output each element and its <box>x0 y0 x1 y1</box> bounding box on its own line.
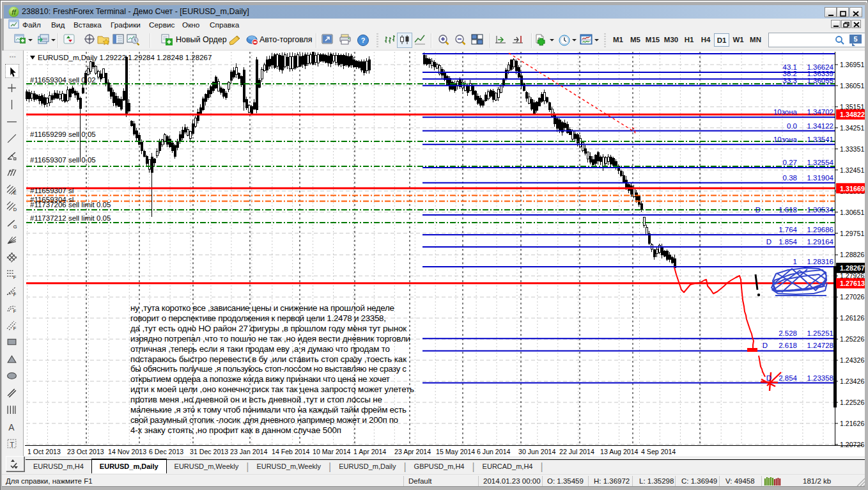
svg-text:EURUSD_m,Daily 1.29222 1.2928: EURUSD_m,Daily 1.29222 1.29284 1.28248 1… <box>38 54 212 61</box>
svg-text:F: F <box>13 274 17 280</box>
svg-text:1.29164: 1.29164 <box>807 238 833 246</box>
svg-text:1.34702: 1.34702 <box>807 108 833 116</box>
svg-text:#11659304 sell 0.02: #11659304 sell 0.02 <box>30 76 96 84</box>
svg-text:1.30651: 1.30651 <box>840 209 864 216</box>
svg-text:1.36951: 1.36951 <box>840 61 864 68</box>
svg-text:1 Apr 2014: 1 Apr 2014 <box>353 448 386 455</box>
svg-text:1.25226: 1.25226 <box>840 335 864 343</box>
svg-text:#11737206 sell limit 0.05: #11737206 sell limit 0.05 <box>30 201 111 209</box>
svg-text:1.28826: 1.28826 <box>840 251 864 258</box>
svg-text:1 Oct 2013: 1 Oct 2013 <box>27 448 61 455</box>
svg-text:идти к моей цели ,оно конечно: идти к моей цели ,оно конечно риск так т… <box>130 384 414 394</box>
svg-text:1.36051: 1.36051 <box>840 82 864 90</box>
svg-text:1.26126: 1.26126 <box>840 314 864 322</box>
svg-text:23 Apr 2014: 23 Apr 2014 <box>394 448 431 455</box>
svg-text:6 Jun 2014: 6 Jun 2014 <box>477 448 511 455</box>
svg-text:изрядно потрепал ,что то пошло: изрядно потрепал ,что то пошло не так ,н… <box>130 334 410 344</box>
svg-text:10 Mar 2014: 10 Mar 2014 <box>313 448 351 455</box>
svg-text:33.3: 33.3 <box>783 77 797 84</box>
svg-text:1.28316: 1.28316 <box>807 258 833 265</box>
svg-text:13 Aug 2014: 13 Aug 2014 <box>600 448 639 455</box>
svg-text:1.764: 1.764 <box>779 226 797 233</box>
svg-text:1.24728: 1.24728 <box>807 342 833 349</box>
svg-text:30 Jun 2014: 30 Jun 2014 <box>518 448 555 455</box>
svg-text:F: F <box>13 291 17 296</box>
svg-text:G: G <box>13 223 17 228</box>
svg-text:постараюсь быстро перевести в: постараюсь быстро перевести в бу ,или ст… <box>130 354 407 364</box>
svg-text:D: D <box>766 238 771 246</box>
svg-text:1.20726: 1.20726 <box>840 441 864 448</box>
svg-text:бы обяснить получше ,я пользую: бы обяснить получше ,я пользуюсь стоп-ло… <box>130 364 407 374</box>
svg-text:1.32451: 1.32451 <box>840 166 864 174</box>
svg-text:1.34251: 1.34251 <box>840 124 864 132</box>
svg-text:1.23426: 1.23426 <box>840 377 864 385</box>
svg-text:1.34122: 1.34122 <box>807 122 833 130</box>
svg-text:1.34822: 1.34822 <box>840 111 865 118</box>
svg-text:D: D <box>756 206 761 214</box>
svg-text:10зона: 10зона <box>773 136 798 143</box>
svg-text:1.36055: 1.36055 <box>807 77 833 84</box>
svg-text:1.24326: 1.24326 <box>840 356 864 364</box>
svg-text:?: ? <box>361 36 366 44</box>
svg-text:1.29686: 1.29686 <box>807 226 833 233</box>
svg-text:#11659307 sell 0.05: #11659307 sell 0.05 <box>30 156 96 164</box>
svg-text:1.618: 1.618 <box>779 206 797 214</box>
svg-text:0.27: 0.27 <box>783 159 797 166</box>
svg-text:открытием ордера а попозже ког: открытием ордера а попозже когда вижу пр… <box>130 374 390 384</box>
svg-text:T: T <box>10 440 14 448</box>
svg-text:маленькие ,я это к тому чтоб п: маленькие ,я это к тому чтоб понимали чт… <box>130 405 407 415</box>
svg-text:31 Dec 2013: 31 Dec 2013 <box>190 448 228 455</box>
svg-text:F: F <box>13 308 17 313</box>
svg-text:6 Dec 2013: 6 Dec 2013 <box>149 448 183 455</box>
svg-text:E: E <box>13 189 17 194</box>
svg-text:1.30534: 1.30534 <box>807 206 833 214</box>
svg-text:1.27026: 1.27026 <box>840 293 864 301</box>
svg-text:15 May 2014: 15 May 2014 <box>436 448 475 455</box>
svg-text:14 Nov 2013: 14 Nov 2013 <box>108 448 146 455</box>
svg-text:1.27613: 1.27613 <box>840 280 865 287</box>
svg-text:2.854: 2.854 <box>779 374 797 382</box>
svg-text:A: A <box>8 422 15 432</box>
svg-text:против меня ,но дневной он и е: против меня ,но дневной он и есть дневно… <box>130 395 382 404</box>
svg-text:1.28267: 1.28267 <box>840 264 865 272</box>
svg-text:1.21626: 1.21626 <box>840 420 864 427</box>
svg-text:D: D <box>766 374 771 382</box>
svg-text:1.31669: 1.31669 <box>840 185 865 193</box>
svg-text:1.29751: 1.29751 <box>840 230 864 237</box>
svg-text:4 Sep 2014: 4 Sep 2014 <box>641 448 676 455</box>
svg-text:0.0: 0.0 <box>787 122 797 130</box>
svg-text:ну ,тута коротко все ,зависани: ну ,тута коротко все ,зависание цены и с… <box>130 303 394 313</box>
svg-text:D: D <box>13 207 17 212</box>
svg-text:1.23358: 1.23358 <box>807 374 833 382</box>
svg-text:1.31904: 1.31904 <box>807 174 833 182</box>
svg-text:1.854: 1.854 <box>779 238 797 246</box>
svg-text:2.618: 2.618 <box>779 342 797 349</box>
svg-text:D: D <box>763 342 768 349</box>
svg-text:да ,тут есть одно НО район 27: да ,тут есть одно НО район 27 фигуры ,в … <box>130 324 407 333</box>
svg-text:4-х знаку стоять ,но профит ка: 4-х знаку стоять ,но профит как в данном… <box>130 425 341 435</box>
svg-text:свой разумный стопик -лосик ,д: свой разумный стопик -лосик ,для дневног… <box>130 415 398 425</box>
svg-text:0.38: 0.38 <box>783 174 797 182</box>
svg-text:23 Oct 2013: 23 Oct 2013 <box>67 448 104 455</box>
svg-text:22 Jul 2014: 22 Jul 2014 <box>559 448 594 455</box>
svg-text:14 Feb 2014: 14 Feb 2014 <box>272 448 310 455</box>
svg-text:1.33541: 1.33541 <box>807 136 833 143</box>
svg-text:#11659307 sl: #11659307 sl <box>30 187 74 194</box>
svg-text:F: F <box>13 325 17 330</box>
svg-text:отличная ,теперь если я таки п: отличная ,теперь если я таки продам еву … <box>130 344 390 354</box>
svg-text:говорит о перспективе продолже: говорит о перспективе продолжения к перв… <box>130 313 386 323</box>
svg-text:23 Jan 2014: 23 Jan 2014 <box>230 448 267 455</box>
svg-text:1.32554: 1.32554 <box>807 159 833 166</box>
svg-text:#11737212 sell limit 0.05: #11737212 sell limit 0.05 <box>30 214 111 222</box>
svg-text:10зона: 10зона <box>773 108 798 116</box>
svg-text:1: 1 <box>793 258 797 265</box>
svg-text:2.528: 2.528 <box>779 329 797 337</box>
svg-text:1.33351: 1.33351 <box>840 145 864 153</box>
svg-text:#11659299 sell 0.05: #11659299 sell 0.05 <box>30 130 96 138</box>
svg-text:1.25251: 1.25251 <box>807 329 833 337</box>
svg-text:1.22526: 1.22526 <box>840 399 864 406</box>
